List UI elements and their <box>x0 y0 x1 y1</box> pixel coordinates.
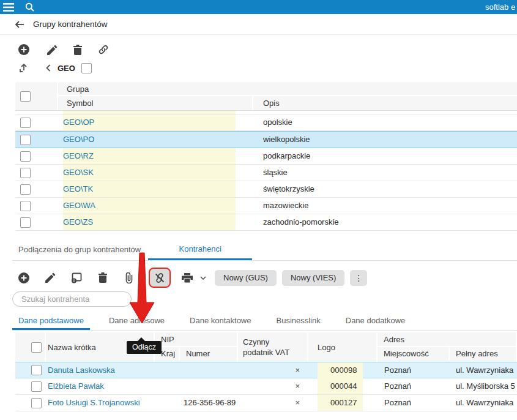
brand-logo: softlab e <box>485 0 517 14</box>
group-symbol-link[interactable]: GEO\SK <box>58 165 253 181</box>
edit-group-button[interactable] <box>45 43 59 56</box>
page-header: Grupy kontrahentów <box>0 14 517 35</box>
row-checkbox[interactable] <box>31 381 42 392</box>
contractor-name-link[interactable]: Danuta Laskowska <box>46 362 155 378</box>
table-row[interactable]: GEO\TK świętokrzyskie <box>15 181 517 198</box>
select-all-contractors-checkbox[interactable] <box>31 342 42 353</box>
contractor-name-link[interactable]: Elżbieta Pawlak <box>46 378 155 394</box>
delete-group-button[interactable] <box>71 43 84 56</box>
group-opis: świętokrzyskie <box>253 181 517 197</box>
back-arrow-icon[interactable] <box>12 17 27 32</box>
row-checkbox[interactable] <box>31 365 42 375</box>
vat-active-mark: × <box>238 378 308 394</box>
search-icon[interactable] <box>21 0 38 14</box>
column-header-grupa[interactable]: Grupa <box>58 82 517 96</box>
add-group-button[interactable] <box>17 43 31 56</box>
group-symbol-link[interactable]: GEO\RZ <box>58 148 253 164</box>
search-row <box>12 291 517 307</box>
search-contractor-input[interactable] <box>12 291 132 307</box>
row-checkbox[interactable] <box>20 217 31 228</box>
tooltip-odlacz: Odłącz <box>127 341 162 354</box>
table-row[interactable]: GEO\RZ podkarpackie <box>15 148 517 165</box>
contractor-name-link[interactable]: Foto Usługi S.Trojanowski <box>46 395 155 411</box>
group-opis: śląskie <box>253 165 517 181</box>
svg-text:i: i <box>73 279 75 283</box>
tab-businesslink[interactable]: Businesslink <box>270 314 326 330</box>
group-symbol-link[interactable]: GEO\PO <box>58 132 253 148</box>
column-header-miejscowosc[interactable]: Miejscowość <box>378 347 450 361</box>
contractor-row-selected[interactable]: Danuta Laskowska × 000098 Poznań ul. Waw… <box>15 362 517 378</box>
row-checkbox[interactable] <box>20 118 31 128</box>
nowy-gus-button[interactable]: Nowy (GUS) <box>215 270 277 286</box>
tab-kontrahenci[interactable]: Kontrahenci <box>148 244 252 260</box>
select-all-groups-checkbox[interactable] <box>20 91 31 102</box>
row-checkbox[interactable] <box>20 135 31 145</box>
table-row[interactable]: GEO\SK śląskie <box>15 165 517 181</box>
column-header-numer[interactable]: Numer <box>180 347 237 361</box>
section-tabs: Podłączenia do grup kontrahentów Kontrah… <box>12 241 517 261</box>
column-header-symbol[interactable]: Symbol <box>58 96 253 110</box>
vat-active-mark: × <box>238 395 308 411</box>
group-symbol-link[interactable]: GEO\OP <box>58 114 253 130</box>
group-opis: mazowieckie <box>253 198 517 214</box>
chevron-left-icon[interactable] <box>44 61 53 75</box>
nowy-vies-button[interactable]: Nowy (VIES) <box>282 270 344 286</box>
table-row-partial <box>15 110 517 114</box>
link-group-button[interactable] <box>97 43 110 56</box>
edit-contractor-button[interactable] <box>43 271 57 285</box>
print-options-chevron-icon[interactable] <box>199 271 207 285</box>
row-checkbox[interactable] <box>20 168 31 178</box>
hamburger-menu-icon[interactable] <box>0 0 17 14</box>
group-opis: opolskie <box>253 114 517 130</box>
groups-toolbar <box>12 43 517 56</box>
card-info-button[interactable]: i <box>70 271 83 285</box>
group-symbol-link[interactable]: GEO\ZS <box>58 214 253 230</box>
row-checkbox[interactable] <box>20 151 31 162</box>
contractors-toolbar: i Nowy (GUS) Nowy (VIES) ⋮ <box>12 266 517 289</box>
column-group-adres: Adres Miejscowość Pełny adres <box>378 332 517 362</box>
column-header-logo[interactable]: Logo <box>308 332 378 362</box>
groups-table: Grupa Symbol Opis GEO\OP opolskie GEO\PO… <box>15 82 517 231</box>
table-row[interactable]: GEO\ZS zachodnio-pomorskie <box>15 214 517 231</box>
row-checkbox[interactable] <box>31 398 42 408</box>
print-button[interactable] <box>180 271 194 285</box>
current-group-path: GEO <box>58 64 75 73</box>
table-row-selected[interactable]: GEO\PO wielkopolskie <box>15 131 517 148</box>
table-row[interactable]: GEO\WA mazowieckie <box>15 198 517 214</box>
tab-dane-kontaktowe[interactable]: Dane kontaktowe <box>184 314 257 330</box>
column-header-opis[interactable]: Opis <box>253 96 517 110</box>
table-row[interactable]: GEO\OP opolskie <box>15 114 517 131</box>
contractor-data-tabs: Dane podstawowe Dane adresowe Dane konta… <box>12 314 517 331</box>
contractor-logo: 000044 <box>318 378 363 394</box>
groups-path-bar: GEO <box>12 61 517 75</box>
column-group-nip: NIP Kraj Numer <box>155 332 238 362</box>
column-header-pelny-adres[interactable]: Pełny adres <box>450 347 516 361</box>
contractor-logo: 000127 <box>318 395 363 411</box>
row-checkbox[interactable] <box>20 184 31 195</box>
delete-contractor-button[interactable] <box>96 271 110 285</box>
top-app-bar: softlab e <box>0 0 517 14</box>
contractor-row[interactable]: Elżbieta Pawlak × 000044 Poznań ul. Myśl… <box>15 378 517 395</box>
vat-active-mark: × <box>238 362 308 378</box>
contractor-row[interactable]: Foto Usługi S.Trojanowski 126-356-96-89 … <box>15 395 517 411</box>
more-options-kebab-button[interactable]: ⋮ <box>350 270 367 286</box>
tab-dane-podstawowe[interactable]: Dane podstawowe <box>12 314 90 330</box>
contractors-table-header: Nazwa krótka ↑ NIP Kraj Numer Czynny pod… <box>15 332 517 362</box>
unlink-button-highlighted[interactable] <box>149 268 171 288</box>
up-level-icon[interactable] <box>17 61 31 75</box>
column-header-czynny-podatnik-vat[interactable]: Czynny podatnik VAT <box>238 332 308 362</box>
tab-podlaczenia[interactable]: Podłączenia do grup kontrahentów <box>12 245 148 260</box>
group-opis: zachodnio-pomorskie <box>253 214 517 230</box>
group-opis: podkarpackie <box>253 148 517 164</box>
group-symbol-link[interactable]: GEO\WA <box>58 198 253 214</box>
tab-dane-dodatkowe[interactable]: Dane dodatkowe <box>340 314 412 330</box>
path-checkbox[interactable] <box>81 63 92 73</box>
add-contractor-button[interactable] <box>17 271 31 285</box>
tab-dane-adresowe[interactable]: Dane adresowe <box>103 314 171 330</box>
groups-table-header: Grupa Symbol Opis <box>15 82 517 110</box>
group-symbol-link[interactable]: GEO\TK <box>58 181 253 197</box>
attachment-icon[interactable] <box>122 271 136 285</box>
group-opis: wielkopolskie <box>253 132 517 148</box>
contractor-logo: 000098 <box>318 362 363 378</box>
row-checkbox[interactable] <box>20 201 31 211</box>
